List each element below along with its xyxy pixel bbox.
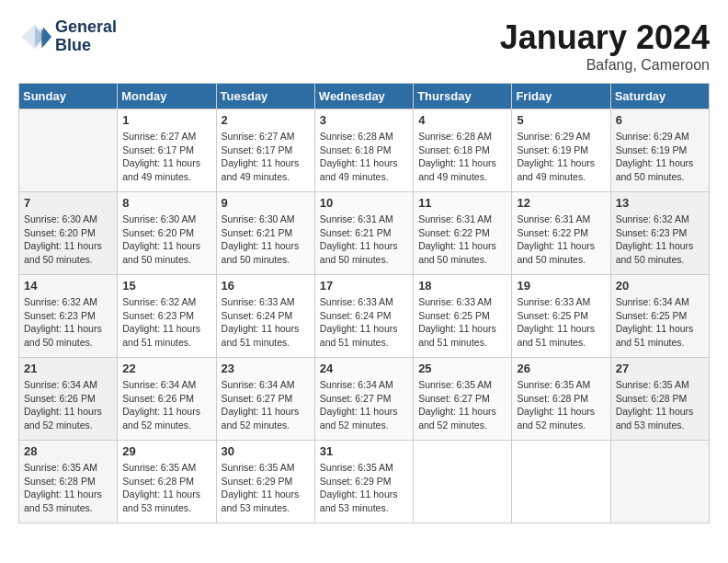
day-number: 30 — [222, 444, 310, 458]
header-row: SundayMondayTuesdayWednesdayThursdayFrid… — [19, 84, 710, 109]
day-cell — [19, 109, 118, 192]
day-number: 6 — [616, 113, 704, 127]
day-info: Sunrise: 6:35 AM Sunset: 6:28 PM Dayligh… — [24, 461, 112, 515]
header-cell-sunday: Sunday — [19, 84, 118, 109]
day-number: 19 — [517, 279, 605, 293]
day-number: 10 — [320, 196, 408, 210]
day-info: Sunrise: 6:34 AM Sunset: 6:26 PM Dayligh… — [24, 378, 112, 432]
header-cell-saturday: Saturday — [610, 84, 709, 109]
day-info: Sunrise: 6:35 AM Sunset: 6:28 PM Dayligh… — [616, 378, 704, 432]
header-cell-monday: Monday — [118, 84, 216, 109]
day-info: Sunrise: 6:34 AM Sunset: 6:26 PM Dayligh… — [122, 378, 210, 432]
day-cell: 27Sunrise: 6:35 AM Sunset: 6:28 PM Dayli… — [610, 358, 709, 441]
day-number: 12 — [517, 196, 605, 210]
day-cell: 14Sunrise: 6:32 AM Sunset: 6:23 PM Dayli… — [19, 275, 118, 358]
day-info: Sunrise: 6:35 AM Sunset: 6:28 PM Dayligh… — [122, 461, 210, 515]
day-cell: 24Sunrise: 6:34 AM Sunset: 6:27 PM Dayli… — [314, 358, 413, 441]
day-cell: 8Sunrise: 6:30 AM Sunset: 6:20 PM Daylig… — [118, 192, 216, 275]
day-number: 8 — [122, 196, 210, 210]
day-cell: 11Sunrise: 6:31 AM Sunset: 6:22 PM Dayli… — [414, 192, 512, 275]
day-info: Sunrise: 6:35 AM Sunset: 6:29 PM Dayligh… — [320, 461, 408, 515]
day-cell: 28Sunrise: 6:35 AM Sunset: 6:28 PM Dayli… — [19, 441, 118, 523]
header-cell-thursday: Thursday — [414, 84, 512, 109]
logo-line1: General — [55, 18, 117, 37]
logo: General Blue — [18, 18, 117, 55]
day-info: Sunrise: 6:33 AM Sunset: 6:25 PM Dayligh… — [418, 295, 506, 350]
day-cell: 4Sunrise: 6:28 AM Sunset: 6:18 PM Daylig… — [414, 109, 512, 192]
day-info: Sunrise: 6:34 AM Sunset: 6:27 PM Dayligh… — [320, 378, 408, 432]
day-cell: 25Sunrise: 6:35 AM Sunset: 6:27 PM Dayli… — [414, 358, 512, 441]
day-cell — [512, 441, 610, 523]
day-number: 15 — [122, 279, 210, 293]
day-number: 17 — [320, 279, 408, 293]
day-cell: 6Sunrise: 6:29 AM Sunset: 6:19 PM Daylig… — [610, 109, 709, 192]
day-number: 21 — [24, 362, 112, 375]
header-cell-tuesday: Tuesday — [216, 84, 314, 109]
title-section: January 2024 Bafang, Cameroon — [500, 18, 710, 74]
logo-icon — [18, 20, 51, 53]
header-cell-friday: Friday — [512, 84, 610, 109]
day-number: 22 — [122, 362, 210, 375]
day-number: 9 — [222, 196, 310, 210]
day-info: Sunrise: 6:35 AM Sunset: 6:27 PM Dayligh… — [418, 378, 506, 432]
day-number: 28 — [24, 444, 112, 458]
day-info: Sunrise: 6:31 AM Sunset: 6:22 PM Dayligh… — [517, 213, 605, 267]
day-number: 16 — [222, 279, 310, 293]
location: Bafang, Cameroon — [500, 57, 710, 74]
day-info: Sunrise: 6:31 AM Sunset: 6:22 PM Dayligh… — [418, 213, 506, 267]
day-number: 27 — [616, 362, 704, 375]
day-info: Sunrise: 6:27 AM Sunset: 6:17 PM Dayligh… — [122, 130, 210, 184]
day-cell: 31Sunrise: 6:35 AM Sunset: 6:29 PM Dayli… — [314, 441, 413, 523]
day-cell: 18Sunrise: 6:33 AM Sunset: 6:25 PM Dayli… — [414, 275, 512, 358]
day-number: 5 — [517, 113, 605, 127]
day-cell: 22Sunrise: 6:34 AM Sunset: 6:26 PM Dayli… — [118, 358, 216, 441]
day-cell: 5Sunrise: 6:29 AM Sunset: 6:19 PM Daylig… — [512, 109, 610, 192]
day-cell: 29Sunrise: 6:35 AM Sunset: 6:28 PM Dayli… — [118, 441, 216, 523]
day-number: 11 — [418, 196, 506, 210]
day-cell — [610, 441, 709, 523]
day-number: 23 — [222, 362, 310, 375]
day-number: 13 — [616, 196, 704, 210]
day-info: Sunrise: 6:32 AM Sunset: 6:23 PM Dayligh… — [616, 213, 704, 267]
day-number: 14 — [24, 279, 112, 293]
day-number: 31 — [320, 444, 408, 458]
day-number: 20 — [616, 279, 704, 293]
day-number: 1 — [122, 113, 210, 127]
day-cell: 15Sunrise: 6:32 AM Sunset: 6:23 PM Dayli… — [118, 275, 216, 358]
day-info: Sunrise: 6:32 AM Sunset: 6:23 PM Dayligh… — [24, 295, 112, 350]
day-info: Sunrise: 6:28 AM Sunset: 6:18 PM Dayligh… — [320, 130, 408, 184]
week-row-5: 28Sunrise: 6:35 AM Sunset: 6:28 PM Dayli… — [19, 441, 710, 523]
day-cell: 23Sunrise: 6:34 AM Sunset: 6:27 PM Dayli… — [216, 358, 314, 441]
day-number: 29 — [122, 444, 210, 458]
day-info: Sunrise: 6:27 AM Sunset: 6:17 PM Dayligh… — [222, 130, 310, 184]
day-cell: 3Sunrise: 6:28 AM Sunset: 6:18 PM Daylig… — [314, 109, 413, 192]
day-cell: 20Sunrise: 6:34 AM Sunset: 6:25 PM Dayli… — [610, 275, 709, 358]
week-row-3: 14Sunrise: 6:32 AM Sunset: 6:23 PM Dayli… — [19, 275, 710, 358]
day-cell: 13Sunrise: 6:32 AM Sunset: 6:23 PM Dayli… — [610, 192, 709, 275]
day-number: 7 — [24, 196, 112, 210]
logo-line2: Blue — [55, 37, 117, 55]
day-info: Sunrise: 6:32 AM Sunset: 6:23 PM Dayligh… — [122, 295, 210, 350]
logo-text: General Blue — [55, 18, 117, 55]
day-info: Sunrise: 6:30 AM Sunset: 6:20 PM Dayligh… — [122, 213, 210, 267]
day-cell: 2Sunrise: 6:27 AM Sunset: 6:17 PM Daylig… — [216, 109, 314, 192]
day-info: Sunrise: 6:29 AM Sunset: 6:19 PM Dayligh… — [616, 130, 704, 184]
day-info: Sunrise: 6:35 AM Sunset: 6:29 PM Dayligh… — [222, 461, 310, 515]
day-info: Sunrise: 6:33 AM Sunset: 6:24 PM Dayligh… — [222, 295, 310, 350]
day-cell: 16Sunrise: 6:33 AM Sunset: 6:24 PM Dayli… — [216, 275, 314, 358]
day-cell: 21Sunrise: 6:34 AM Sunset: 6:26 PM Dayli… — [19, 358, 118, 441]
day-cell: 30Sunrise: 6:35 AM Sunset: 6:29 PM Dayli… — [216, 441, 314, 523]
week-row-2: 7Sunrise: 6:30 AM Sunset: 6:20 PM Daylig… — [19, 192, 710, 275]
day-info: Sunrise: 6:31 AM Sunset: 6:21 PM Dayligh… — [320, 213, 408, 267]
day-info: Sunrise: 6:35 AM Sunset: 6:28 PM Dayligh… — [517, 378, 605, 432]
day-info: Sunrise: 6:34 AM Sunset: 6:27 PM Dayligh… — [222, 378, 310, 432]
page-header: General Blue January 2024 Bafang, Camero… — [18, 18, 710, 74]
day-number: 18 — [418, 279, 506, 293]
day-number: 2 — [222, 113, 310, 127]
week-row-1: 1Sunrise: 6:27 AM Sunset: 6:17 PM Daylig… — [19, 109, 710, 192]
week-row-4: 21Sunrise: 6:34 AM Sunset: 6:26 PM Dayli… — [19, 358, 710, 441]
calendar-table: SundayMondayTuesdayWednesdayThursdayFrid… — [18, 83, 710, 523]
day-cell: 26Sunrise: 6:35 AM Sunset: 6:28 PM Dayli… — [512, 358, 610, 441]
day-cell: 7Sunrise: 6:30 AM Sunset: 6:20 PM Daylig… — [19, 192, 118, 275]
day-number: 4 — [418, 113, 506, 127]
